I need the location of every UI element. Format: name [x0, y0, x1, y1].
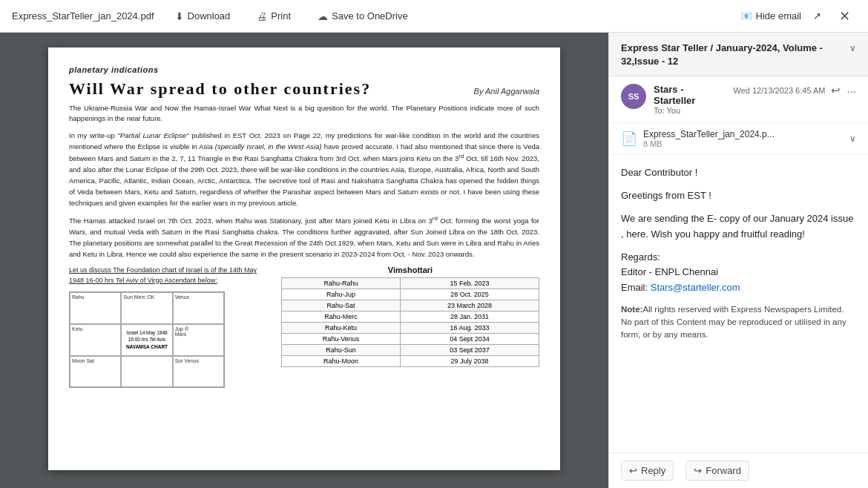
email-greeting2: Greetings from EST !: [621, 188, 856, 204]
sender-to: To: You: [654, 106, 726, 115]
toolbar: Express_StarTeller_jan_2024.pdf ⬇ Downlo…: [0, 0, 868, 33]
pdf-bottom-section: Let us discuss The Foundation chart of I…: [69, 266, 539, 388]
table-row: Rahu-Rahu15 Feb. 2023: [282, 278, 539, 289]
dasha-cell: Rahu-Moon: [282, 356, 401, 367]
dasha-cell: Rahu-Sat: [282, 300, 401, 311]
table-row: Rahu-Moon29 July 2038: [282, 356, 539, 367]
regards-label: Regards:: [621, 251, 660, 263]
email-greeting: Dear Contributor !: [621, 165, 856, 181]
chart-cell-venus-top: Venus: [173, 292, 224, 324]
pdf-body-2: In my write-up "Partial Lunar Eclipse" p…: [69, 131, 539, 208]
date-cell: 04 Sept 2034: [401, 334, 539, 345]
date-cell: 23 March 2028: [401, 300, 539, 311]
toolbar-right: 📧 Hide email ↗ ✕: [740, 5, 856, 27]
forward-icon: ↪: [694, 465, 702, 476]
email-link[interactable]: Stars@starteller.com: [651, 282, 740, 293]
download-button[interactable]: ⬇ Download: [169, 7, 237, 25]
print-icon: 🖨: [257, 10, 267, 22]
reply-quick-icon[interactable]: ↩: [831, 84, 841, 97]
pdf-section-tag: planetary indications: [69, 65, 539, 74]
pdf-left-col: Let us discuss The Foundation chart of I…: [69, 266, 269, 388]
reply-icon: ↩: [629, 465, 637, 476]
chart-cell-jup-mars: Jup ® Mars: [173, 324, 224, 356]
hide-email-label: Hide email: [756, 10, 801, 22]
sender-name: Stars - Starteller: [654, 84, 726, 106]
pdf-title: Will War spread to other countries?: [69, 79, 371, 100]
table-row: Rahu-Sun03 Sept 2037: [282, 345, 539, 356]
email-header: Express Star Teller / January-2024, Volu…: [609, 33, 868, 76]
email-regards: Regards: Editor - ENPL Chennai Email: St…: [621, 250, 856, 296]
pdf-right-col: Vimshottari Rahu-Rahu15 Feb. 2023Rahu-Ju…: [281, 266, 539, 388]
chart-center: Israel 14 May 1948 16:00 hrs Tel Aviv NA…: [121, 324, 172, 356]
dasha-cell: Rahu-Jup: [282, 289, 401, 300]
chart-cell-sur-venus: Sur Venus: [173, 356, 224, 388]
save-label: Save to OneDrive: [332, 10, 408, 22]
date-cell: 15 Feb. 2023: [401, 278, 539, 289]
pdf-viewer[interactable]: planetary indications Will War spread to…: [0, 33, 608, 488]
date-cell: 16 Aug. 2033: [401, 323, 539, 334]
sender-info: Stars - Starteller To: You: [654, 84, 726, 115]
close-button[interactable]: ✕: [833, 5, 856, 27]
attachment-file-icon: 📄: [621, 131, 637, 147]
email-actions-row: ↩ Reply ↪ Forward: [609, 452, 868, 488]
chart-cell-moon-sat: Moon Sat: [70, 356, 121, 388]
main-layout: planetary indications Will War spread to…: [0, 33, 868, 488]
date-cell: 28 Oct. 2025: [401, 289, 539, 300]
note-text: All rights reserved with Express Newspap…: [621, 305, 846, 340]
save-button[interactable]: ☁ Save to OneDrive: [312, 7, 414, 25]
email-date: Wed 12/13/2023 6:45 AM: [734, 86, 826, 95]
attachment-row: 📄 Express_StarTeller_jan_2024.p... 8 MB …: [609, 123, 868, 155]
email-body-text: We are sending the E- copy of our Januar…: [621, 211, 856, 243]
chart-cell-empty: [121, 356, 172, 388]
attachment-expand-icon[interactable]: ∨: [849, 133, 856, 144]
reply-button[interactable]: ↩ Reply: [621, 461, 674, 481]
hide-email-button[interactable]: 📧 Hide email: [740, 10, 801, 22]
share-icon: ↗: [813, 10, 821, 22]
hide-email-icon: 📧: [740, 10, 752, 22]
chart-cell-sun-merc: Sun Merc OK: [121, 292, 172, 324]
avatar: SS: [621, 84, 646, 109]
pdf-chart: Rahu Sun Merc OK Venus Ketu Israel 14 Ma…: [69, 291, 225, 388]
date-cell: 03 Sept 2037: [401, 345, 539, 356]
forward-button[interactable]: ↪ Forward: [685, 461, 749, 481]
save-icon: ☁: [318, 10, 328, 22]
attachment-name: Express_StarTeller_jan_2024.p...: [643, 129, 844, 139]
print-button[interactable]: 🖨 Print: [251, 7, 297, 25]
note-label: Note:: [621, 305, 642, 314]
pdf-foundation-text: Let us discuss The Foundation chart of I…: [69, 266, 269, 286]
table-row: Rahu-Venus04 Sept 2034: [282, 334, 539, 345]
date-cell: 29 July 2038: [401, 356, 539, 367]
table-row: Rahu-Jup28 Oct. 2025: [282, 289, 539, 300]
dasha-cell: Rahu-Merc: [282, 311, 401, 323]
print-label: Print: [271, 10, 291, 22]
dasha-cell: Rahu-Sun: [282, 345, 401, 356]
table-row: Rahu-Ketu16 Aug. 2033: [282, 323, 539, 334]
download-icon: ⬇: [175, 10, 184, 22]
close-icon: ✕: [839, 9, 850, 24]
attachment-info: Express_StarTeller_jan_2024.p... 8 MB: [643, 129, 844, 148]
chart-cell-rahu: Rahu: [70, 292, 121, 324]
editor-name: Editor - ENPL Chennai: [621, 266, 718, 277]
pdf-byline: By Anil Aggarwala: [474, 87, 539, 96]
pdf-filename: Express_StarTeller_jan_2024.pdf: [12, 10, 154, 22]
email-label: Email:: [621, 282, 648, 293]
share-button[interactable]: ↗: [813, 10, 821, 22]
email-collapse-button[interactable]: ∨: [849, 43, 856, 53]
email-note: Note:All rights reserved with Express Ne…: [621, 303, 856, 342]
email-sender-row: SS Stars - Starteller To: You Wed 12/13/…: [609, 76, 868, 123]
table-row: Rahu-Merc28 Jan. 2031: [282, 311, 539, 323]
forward-label: Forward: [706, 465, 741, 476]
email-meta-actions: Wed 12/13/2023 6:45 AM ↩ ···: [734, 84, 856, 97]
email-panel: Express Star Teller / January-2024, Volu…: [608, 33, 868, 488]
pdf-page: planetary indications Will War spread to…: [48, 47, 560, 470]
dasha-cell: Rahu-Venus: [282, 334, 401, 345]
attachment-size: 8 MB: [643, 139, 844, 148]
dasha-cell: Rahu-Ketu: [282, 323, 401, 334]
vimshottari-title: Vimshottari: [281, 266, 539, 274]
vimshottari-table: Rahu-Rahu15 Feb. 2023Rahu-Jup28 Oct. 202…: [281, 277, 539, 367]
more-options-icon[interactable]: ···: [846, 85, 856, 97]
pdf-body-1: The Ukraine-Russia War and Now the Hamas…: [69, 103, 539, 125]
reply-label: Reply: [641, 465, 665, 476]
email-body: Dear Contributor ! Greetings from EST ! …: [609, 155, 868, 452]
download-label: Download: [188, 10, 231, 22]
